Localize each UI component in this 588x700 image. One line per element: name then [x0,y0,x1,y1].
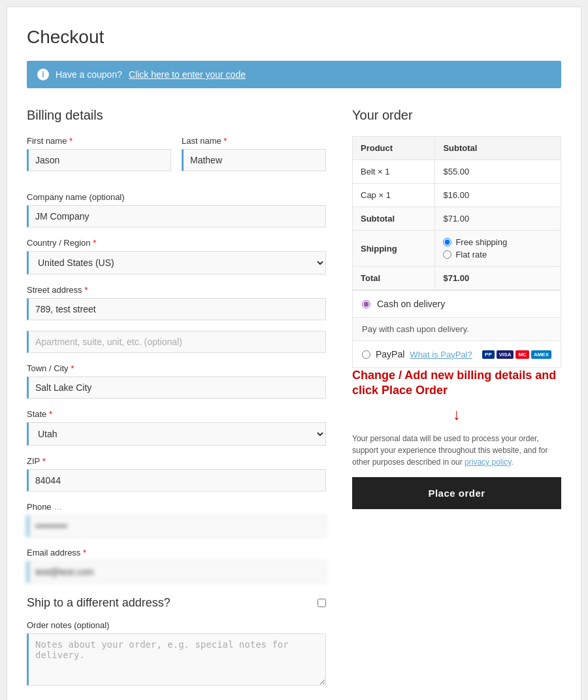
privacy-after: . [511,458,513,467]
privacy-policy-link[interactable]: privacy policy [465,458,511,467]
order-notes-label: Order notes (optional) [27,620,326,630]
apartment-input[interactable] [27,331,326,353]
paypal-radio[interactable] [362,350,370,359]
item-cap-price: $16.00 [435,184,561,207]
zip-label: ZIP * [27,456,326,466]
col-product: Product [353,137,435,160]
col-subtotal: Subtotal [435,137,561,160]
last-name-label: Last name * [182,136,326,146]
total-row: Total $71.00 [353,267,561,290]
cash-radio[interactable] [362,300,370,308]
shipping-options: Free shipping Flat rate [443,237,553,259]
free-shipping-radio[interactable] [443,238,451,246]
visa-icon: VISA [497,350,514,359]
country-group: Country / Region * United States (US) Ca… [27,238,326,275]
email-label: Email address * [27,548,326,558]
first-name-input[interactable] [27,149,171,171]
ship-different-section: Ship to a different address? [27,596,326,610]
order-table: Product Subtotal Belt × 1 $55.00 Cap × 1… [352,136,561,290]
amex-icon: AMEX [531,350,551,359]
shipping-options-cell: Free shipping Flat rate [435,231,561,267]
coupon-banner: i Have a coupon? Click here to enter you… [27,61,561,88]
cash-label: Cash on delivery [377,299,445,309]
subtotal-row: Subtotal $71.00 [353,207,561,231]
order-section: Your order Product Subtotal Belt × 1 $55… [352,108,561,509]
paypal-card-icons: PP VISA MC AMEX [482,350,551,359]
total-label: Total [353,267,435,290]
apartment-group [27,331,326,353]
place-order-button[interactable]: Place order [352,477,561,509]
arrow-indicator: ↓ [352,405,561,424]
info-icon: i [37,69,49,80]
order-item-belt: Belt × 1 $55.00 [353,160,561,184]
phone-group: Phone … [27,502,326,537]
state-label: State * [27,409,326,419]
billing-section: Billing details First name * Last name *… [27,108,326,696]
country-label: Country / Region * [27,238,326,248]
street-label: Street address * [27,285,326,295]
total-value: $71.00 [435,267,561,290]
street-input[interactable] [27,298,326,320]
billing-title: Billing details [27,108,326,123]
instruction-banner: Change / Add new billing details and cli… [352,368,561,399]
town-label: Town / City * [27,363,326,373]
country-select[interactable]: United States (US) Canada United Kingdom [27,251,326,275]
ship-different-checkbox[interactable] [318,599,326,607]
cash-description: Pay with cash upon delivery. [353,318,561,341]
flat-rate-option[interactable]: Flat rate [443,250,553,259]
main-content: Billing details First name * Last name *… [27,108,561,696]
cash-on-delivery-option[interactable]: Cash on delivery [353,291,561,318]
street-group: Street address * [27,285,326,320]
company-label: Company name (optional) [27,192,326,202]
email-input[interactable] [27,561,326,583]
shipping-label: Shipping [353,231,435,267]
email-group: Email address * [27,548,326,583]
flat-rate-label: Flat rate [455,250,487,259]
item-belt-price: $55.00 [435,160,561,184]
town-group: Town / City * [27,363,326,399]
ship-different-label: Ship to a different address? [27,596,171,610]
order-title: Your order [352,108,561,123]
paypal-option[interactable]: PayPal What is PayPal? PP VISA MC AMEX [353,341,561,367]
order-item-cap: Cap × 1 $16.00 [353,184,561,207]
company-input[interactable] [27,205,326,227]
item-belt-name: Belt × 1 [353,160,435,184]
paypal-pp-icon: PP [482,350,495,359]
company-group: Company name (optional) [27,192,326,227]
first-name-label: First name * [27,136,171,146]
coupon-link[interactable]: Click here to enter your code [129,69,246,80]
order-notes-textarea[interactable] [27,633,326,686]
privacy-text: Your personal data will be used to proce… [352,433,561,468]
checkout-page: Checkout i Have a coupon? Click here to … [7,7,581,700]
last-name-input[interactable] [182,149,326,171]
payment-section: Cash on delivery Pay with cash upon deli… [352,290,561,368]
state-select[interactable]: Utah California Texas New York [27,422,326,446]
last-name-group: Last name * [182,136,326,171]
free-shipping-option[interactable]: Free shipping [443,237,553,247]
paypal-link[interactable]: What is PayPal? [410,350,472,359]
subtotal-label: Subtotal [353,207,435,231]
name-row: First name * Last name * [27,136,326,182]
phone-input[interactable] [27,515,326,537]
item-cap-name: Cap × 1 [353,184,435,207]
coupon-text: Have a coupon? [56,69,122,80]
first-name-group: First name * [27,136,171,171]
town-input[interactable] [27,376,326,399]
zip-group: ZIP * [27,456,326,492]
paypal-label: PayPal [376,349,404,359]
phone-label: Phone … [27,502,326,512]
mc-icon: MC [515,350,529,359]
subtotal-value: $71.00 [435,207,561,231]
privacy-before: Your personal data will be used to proce… [352,434,548,467]
state-group: State * Utah California Texas New York [27,409,326,446]
flat-rate-radio[interactable] [443,250,451,259]
order-notes-group: Order notes (optional) [27,620,326,686]
zip-input[interactable] [27,469,326,492]
free-shipping-label: Free shipping [455,237,507,247]
shipping-row: Shipping Free shipping Flat rate [353,231,561,267]
page-title: Checkout [27,27,561,48]
